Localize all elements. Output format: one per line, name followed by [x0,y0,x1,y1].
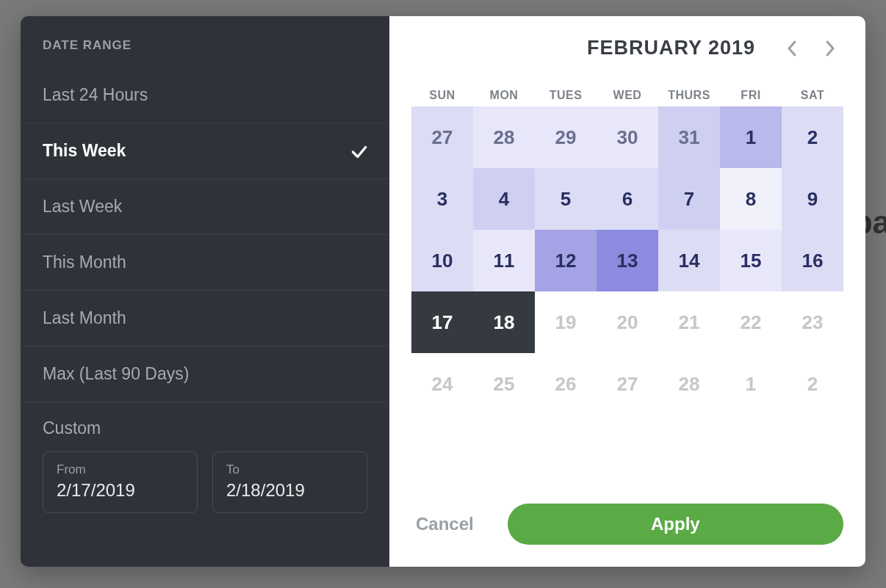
calendar-day[interactable]: 29 [535,106,597,168]
from-value: 2/17/2019 [57,480,184,501]
weekday-header: TUES [535,89,597,102]
calendar-day: 24 [411,353,473,415]
weekday-header: MON [473,89,535,102]
calendar-day: 21 [658,291,720,353]
preset-max-last-90-days[interactable]: Max (Last 90 Days) [21,346,389,402]
weekday-header: FRI [720,89,782,102]
apply-button[interactable]: Apply [508,504,843,545]
custom-section: Custom From 2/17/2019 To 2/18/2019 [21,402,389,535]
calendar-day: 20 [597,291,658,353]
calendar-day[interactable]: 4 [473,168,535,230]
calendar-day[interactable]: 8 [720,168,782,230]
preset-this-week[interactable]: This Week [21,123,389,179]
calendar-day[interactable]: 17 [411,291,473,353]
weekday-header: THURS [658,89,720,102]
to-date-input[interactable]: To 2/18/2019 [212,451,367,513]
calendar-day[interactable]: 9 [782,168,843,230]
calendar-day: 28 [658,353,720,415]
calendar-day[interactable]: 27 [411,106,473,168]
calendar-day[interactable]: 5 [535,168,597,230]
preset-label: Last Month [43,308,126,328]
calendar-day[interactable]: 13 [597,230,658,291]
sidebar-header: DATE RANGE [21,16,389,68]
calendar-day[interactable]: 15 [720,230,782,291]
weekday-header: WED [597,89,658,102]
prev-month-button[interactable] [783,40,801,57]
calendar-day: 22 [720,291,782,353]
preset-label: This Week [43,141,126,161]
preset-label: This Month [43,253,126,272]
check-icon [350,142,367,160]
calendar-title: FEBRUARY 2019 [587,37,755,59]
weekday-header: SAT [782,89,843,102]
calendar-day: 27 [597,353,658,415]
calendar-day: 25 [473,353,535,415]
custom-label: Custom [43,418,367,438]
preset-last-24-hours[interactable]: Last 24 Hours [21,68,389,123]
calendar-day[interactable]: 1 [720,106,782,168]
to-value: 2/18/2019 [226,480,353,501]
calendar-day[interactable]: 3 [411,168,473,230]
preset-this-month[interactable]: This Month [21,235,389,291]
calendar-day[interactable]: 16 [782,230,843,291]
calendar-panel: FEBRUARY 2019 SUNMONTUESWEDTHURSFRISAT 2… [389,16,865,567]
calendar-day[interactable]: 14 [658,230,720,291]
preset-last-week[interactable]: Last Week [21,179,389,235]
calendar-day[interactable]: 30 [597,106,658,168]
weekday-header: SUN [411,89,473,102]
calendar-day[interactable]: 28 [473,106,535,168]
from-label: From [57,462,184,477]
calendar-day[interactable]: 6 [597,168,658,230]
calendar-day[interactable]: 7 [658,168,720,230]
preset-label: Max (Last 90 Days) [43,364,189,384]
next-month-button[interactable] [821,40,839,57]
calendar-day: 26 [535,353,597,415]
chevron-left-icon [786,40,798,57]
from-date-input[interactable]: From 2/17/2019 [43,451,198,513]
preset-label: Last 24 Hours [43,85,148,105]
calendar-day: 23 [782,291,843,353]
preset-last-month[interactable]: Last Month [21,291,389,346]
calendar-day: 1 [720,353,782,415]
chevron-right-icon [824,40,836,57]
preset-label: Last Week [43,197,122,217]
calendar-day: 2 [782,353,843,415]
date-range-sidebar: DATE RANGE Last 24 HoursThis WeekLast We… [21,16,389,567]
calendar-day[interactable]: 2 [782,106,843,168]
cancel-button[interactable]: Cancel [411,507,478,542]
calendar-day[interactable]: 18 [473,291,535,353]
date-range-modal: DATE RANGE Last 24 HoursThis WeekLast We… [21,16,865,567]
calendar-day[interactable]: 12 [535,230,597,291]
calendar-day[interactable]: 10 [411,230,473,291]
calendar-day[interactable]: 11 [473,230,535,291]
calendar-day[interactable]: 31 [658,106,720,168]
to-label: To [226,462,353,477]
calendar-day: 19 [535,291,597,353]
